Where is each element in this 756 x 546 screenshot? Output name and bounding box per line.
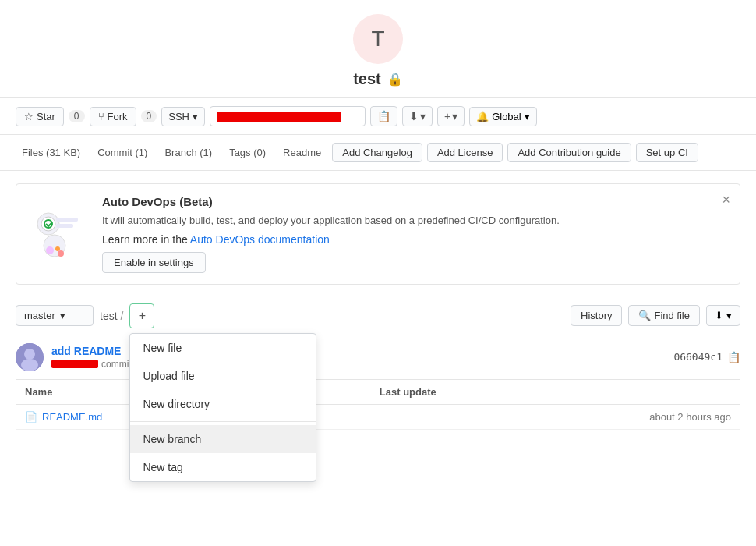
bell-icon: 🔔	[476, 111, 489, 122]
global-notification-button[interactable]: 🔔 Global ▾	[469, 107, 537, 126]
repo-name: test	[353, 70, 381, 88]
star-count: 0	[69, 110, 85, 122]
nav-branch[interactable]: Branch (1)	[158, 144, 218, 161]
devops-description: It will automatically build, test, and d…	[102, 213, 727, 229]
copy-icon: 📋	[377, 110, 390, 122]
repo-avatar: T	[353, 14, 403, 64]
commit-hash: 066049c1 📋	[673, 351, 740, 363]
auto-devops-link[interactable]: Auto DevOps documentation	[190, 233, 330, 246]
action-bar: ☆ Star 0 ⑂ Fork 0 SSH ▾ 📋 ⬇ ▾ + ▾ 🔔 Glob…	[0, 98, 756, 135]
close-banner-button[interactable]: ×	[722, 192, 730, 208]
svg-rect-4	[56, 224, 73, 228]
devops-svg	[33, 207, 87, 261]
col-last-update-header: Last update	[370, 380, 740, 405]
clone-url-box[interactable]	[210, 106, 366, 126]
enable-settings-button[interactable]: Enable in settings	[102, 252, 206, 273]
explorer-area: master ▾ test / + New file Upload file N…	[16, 297, 740, 430]
repo-header: T test 🔒	[0, 0, 756, 98]
svg-point-7	[55, 246, 60, 251]
new-tag-item[interactable]: New tag	[130, 453, 316, 481]
devops-title: Auto DevOps (Beta)	[102, 195, 727, 208]
svg-point-11	[21, 359, 38, 371]
learn-more-prefix: Learn more in the	[102, 233, 190, 246]
download-icon: ⬇	[409, 110, 419, 122]
svg-point-10	[24, 349, 35, 360]
explorer-toolbar: master ▾ test / + New file Upload file N…	[16, 297, 740, 335]
copy-url-button[interactable]: 📋	[370, 106, 397, 126]
svg-rect-3	[56, 218, 78, 222]
plus-button[interactable]: + ▾	[437, 106, 465, 126]
star-icon: ☆	[24, 111, 34, 122]
download-button[interactable]: ⬇ ▾	[402, 106, 433, 126]
devops-content: Auto DevOps (Beta) It will automatically…	[102, 195, 727, 273]
new-directory-item[interactable]: New directory	[130, 390, 316, 418]
chevron-down-icon-download: ▾	[420, 110, 426, 122]
global-label: Global	[492, 111, 521, 122]
commit-row: add README committed abou 066049c1 📋	[16, 335, 740, 380]
branch-name: master	[24, 310, 55, 321]
breadcrumb-separator: /	[121, 310, 124, 322]
chevron-down-icon-plus: ▾	[452, 110, 457, 122]
nav-readme[interactable]: Readme	[277, 144, 327, 161]
nav-tabs: Files (31 KB) Commit (1) Branch (1) Tags…	[0, 135, 756, 171]
find-file-button[interactable]: 🔍 Find file	[628, 305, 700, 326]
chevron-down-icon-archive: ▾	[726, 310, 732, 321]
svg-point-6	[46, 246, 54, 254]
author-name-redacted	[51, 360, 98, 368]
repo-title: test 🔒	[353, 70, 403, 88]
chevron-down-icon-global: ▾	[525, 111, 530, 122]
table-row: 📄 README.md about 2 hours ago	[16, 404, 740, 429]
nav-files[interactable]: Files (31 KB)	[16, 144, 87, 161]
add-license-button[interactable]: Add License	[427, 143, 503, 162]
chevron-down-icon-branch: ▾	[60, 310, 65, 321]
new-file-item[interactable]: New file	[130, 334, 316, 362]
svg-point-8	[58, 250, 64, 257]
new-branch-item[interactable]: New branch	[130, 425, 316, 453]
branch-selector[interactable]: master ▾	[16, 305, 94, 326]
chevron-down-icon: ▾	[193, 111, 198, 122]
history-button[interactable]: History	[571, 305, 622, 326]
add-file-dropdown: New file Upload file New directory New b…	[129, 333, 316, 482]
nav-tags[interactable]: Tags (0)	[223, 144, 272, 161]
fork-label: Fork	[108, 111, 128, 122]
avatar-letter: T	[371, 27, 384, 51]
devops-illustration	[29, 195, 91, 273]
find-file-label: Find file	[654, 310, 690, 321]
upload-file-item[interactable]: Upload file	[130, 362, 316, 390]
nav-commit[interactable]: Commit (1)	[91, 144, 154, 161]
svg-point-1	[41, 217, 55, 231]
fork-count: 0	[141, 110, 157, 122]
ssh-label: SSH	[168, 111, 189, 122]
star-label: Star	[37, 111, 55, 122]
fork-button[interactable]: ⑂ Fork	[90, 107, 136, 126]
copy-hash-button[interactable]: 📋	[727, 351, 740, 363]
setup-ci-button[interactable]: Set up CI	[636, 143, 698, 162]
fork-icon: ⑂	[98, 111, 104, 122]
avatar-svg	[16, 343, 44, 371]
download-archive-button[interactable]: ⬇ ▾	[706, 305, 740, 326]
file-last-update: about 2 hours ago	[370, 404, 740, 429]
add-changelog-button[interactable]: Add Changelog	[332, 143, 422, 162]
breadcrumb: test /	[100, 310, 123, 322]
lock-icon: 🔒	[387, 72, 403, 87]
devops-banner: Auto DevOps (Beta) It will automatically…	[16, 183, 740, 285]
file-name-text: README.md	[42, 411, 102, 423]
commit-avatar	[16, 343, 44, 371]
file-icon: 📄	[25, 411, 37, 423]
search-icon: 🔍	[638, 310, 651, 321]
plus-area: + New file Upload file New directory New…	[129, 303, 154, 328]
redacted-url	[217, 112, 341, 122]
file-table: Name Last update 📄 README.md about 2 hou…	[16, 380, 740, 430]
star-button[interactable]: ☆ Star	[16, 107, 64, 126]
download-archive-icon: ⬇	[715, 310, 723, 321]
hash-value: 066049c1	[673, 351, 722, 363]
devops-learn-more: Learn more in the Auto DevOps documentat…	[102, 233, 727, 246]
breadcrumb-repo: test	[100, 310, 118, 322]
plus-icon: +	[444, 110, 450, 122]
devops-desc-text: It will automatically build, test, and d…	[102, 214, 560, 226]
add-contribution-button[interactable]: Add Contribution guide	[507, 143, 631, 162]
ssh-select[interactable]: SSH ▾	[161, 107, 205, 126]
add-file-button[interactable]: +	[129, 303, 154, 328]
dropdown-divider	[130, 421, 316, 422]
